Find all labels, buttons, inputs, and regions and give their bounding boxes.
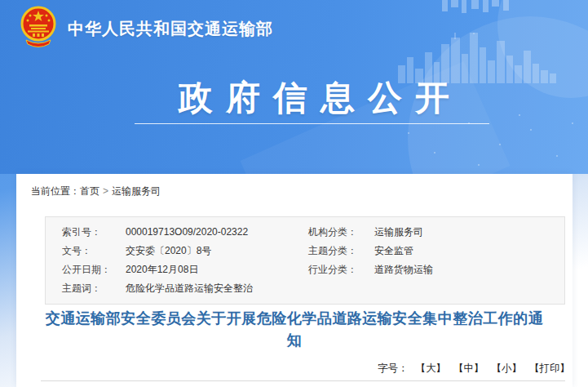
article-title: 交通运输部安全委员会关于开展危险化学品道路运输安全集中整治工作的通知 [41, 308, 548, 352]
page-title: 政府信息公开 [53, 75, 575, 121]
meta-value-empty [374, 279, 564, 298]
breadcrumb: 当前位置：首页>运输服务司 [31, 185, 161, 198]
meta-label-org-category: 机构分类： [308, 223, 374, 242]
font-size-large-button[interactable]: 【大】 [416, 363, 447, 374]
font-size-small-button[interactable]: 【小】 [492, 363, 523, 374]
meta-value-industry-category: 道路货物运输 [374, 260, 564, 279]
breadcrumb-separator: > [103, 185, 108, 197]
table-row: 公开日期： 2020年12月08日 行业分类： 道路货物运输 [46, 260, 564, 279]
table-row: 文号： 交安委〔2020〕8号 主题分类： 安全监管 [46, 242, 564, 260]
print-button[interactable]: 【打印】 [529, 363, 570, 374]
page-title-underline [135, 123, 489, 124]
document-meta-table: 索引号： 000019713O09/2020-02322 机构分类： 运输服务司… [45, 216, 565, 305]
ministry-name: 中华人民共和国交通运输部 [68, 18, 273, 40]
breadcrumb-home-link[interactable]: 首页 [80, 185, 99, 197]
site-banner: 中华人民共和国交通运输部 政府信息公开 [0, 0, 588, 174]
meta-label-index-no: 索引号： [46, 223, 126, 242]
meta-label-topic-category: 主题分类： [308, 242, 374, 260]
meta-value-keywords: 危险化学品道路运输安全整治 [126, 279, 308, 298]
font-size-label: 字号： [378, 363, 409, 374]
meta-label-empty [308, 279, 374, 298]
content-card: 当前位置：首页>运输服务司 索引号： 000019713O09/2020-023… [16, 174, 573, 387]
content-divider [41, 380, 565, 381]
table-row: 主题词： 危险化学品道路运输安全整治 [46, 279, 564, 298]
page: 中华人民共和国交通运输部 政府信息公开 当前位置：首页>运输服务司 索引号： 0… [0, 0, 588, 387]
meta-value-doc-no: 交安委〔2020〕8号 [126, 242, 308, 260]
meta-label-industry-category: 行业分类： [308, 260, 374, 279]
meta-value-index-no: 000019713O09/2020-02322 [126, 223, 308, 242]
breadcrumb-label: 当前位置： [31, 185, 80, 197]
font-size-controls: 字号：【大】【中】【小】【打印】 [32, 362, 570, 376]
meta-value-org-category: 运输服务司 [374, 223, 564, 242]
meta-label-keywords: 主题词： [46, 279, 126, 298]
meta-label-doc-no: 文号： [46, 242, 126, 260]
breadcrumb-section-link[interactable]: 运输服务司 [112, 185, 161, 197]
table-row: 索引号： 000019713O09/2020-02322 机构分类： 运输服务司 [46, 223, 564, 242]
meta-value-topic-category: 安全监管 [374, 242, 564, 260]
font-size-medium-button[interactable]: 【中】 [453, 363, 484, 374]
meta-value-publish-date: 2020年12月08日 [126, 260, 308, 279]
meta-label-publish-date: 公开日期： [46, 260, 126, 279]
national-emblem-icon [20, 6, 57, 50]
